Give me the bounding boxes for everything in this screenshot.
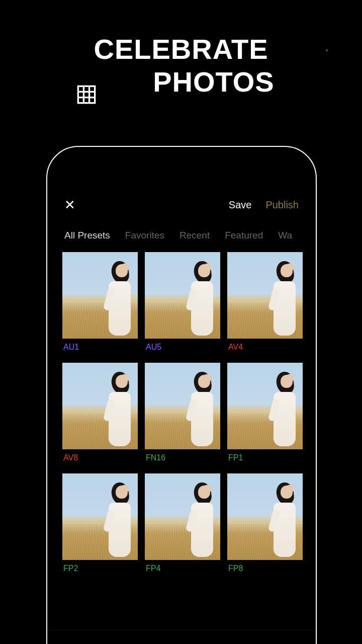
preset-fn16[interactable]: FN16: [145, 363, 220, 468]
bottom-toolbar: [47, 630, 316, 644]
preset-thumbnail: [227, 363, 303, 449]
save-button[interactable]: Save: [229, 199, 252, 211]
tab-recent[interactable]: Recent: [179, 230, 210, 241]
tab-favorites[interactable]: Favorites: [125, 230, 164, 241]
hero-line1: CELEBRATE: [0, 33, 362, 65]
preset-fp8[interactable]: FP8: [227, 473, 303, 579]
preset-thumbnail: [62, 363, 138, 449]
hero-title: CELEBRATE PHOTOS: [0, 33, 362, 98]
editor-topbar: ✕ Save Publish: [47, 172, 316, 222]
preset-thumbnail: [62, 473, 138, 560]
preset-fp1[interactable]: FP1: [227, 363, 303, 468]
preset-av8[interactable]: AV8: [62, 363, 138, 468]
close-button[interactable]: ✕: [64, 197, 75, 213]
preset-grid: AU1AU5AV4AV8FN16FP1FP2FP4FP8: [47, 250, 316, 579]
preset-thumbnail: [145, 252, 220, 339]
preset-au5[interactable]: AU5: [145, 252, 220, 358]
preset-label: AU5: [145, 339, 220, 358]
preset-label: FN16: [145, 449, 220, 468]
preset-tabs: All Presets Favorites Recent Featured Wa: [47, 222, 316, 250]
preset-thumbnail: [227, 252, 303, 339]
preset-label: FP8: [227, 560, 303, 579]
preset-label: FP4: [145, 560, 220, 579]
decorative-dot: [326, 49, 328, 51]
publish-button[interactable]: Publish: [265, 199, 299, 211]
grid-icon: [76, 85, 97, 107]
preset-av4[interactable]: AV4: [227, 252, 303, 358]
preset-label: AU1: [62, 339, 138, 358]
preset-thumbnail: [145, 363, 220, 449]
preset-thumbnail: [227, 473, 303, 560]
tab-featured[interactable]: Featured: [225, 230, 263, 241]
preset-label: AV8: [62, 449, 138, 468]
hero-line2: PHOTOS: [65, 65, 362, 98]
preset-label: FP1: [227, 449, 303, 468]
app-screen: ✕ Save Publish All Presets Favorites Rec…: [47, 172, 316, 644]
preset-thumbnail: [62, 252, 138, 339]
tab-more[interactable]: Wa: [278, 230, 292, 241]
preset-fp4[interactable]: FP4: [145, 473, 220, 579]
preset-fp2[interactable]: FP2: [62, 473, 138, 579]
tab-all-presets[interactable]: All Presets: [64, 230, 110, 241]
preset-label: FP2: [62, 560, 138, 579]
phone-frame: ✕ Save Publish All Presets Favorites Rec…: [46, 146, 317, 644]
preset-au1[interactable]: AU1: [62, 252, 138, 358]
preset-label: AV4: [227, 339, 303, 358]
preset-thumbnail: [145, 473, 220, 560]
svg-rect-0: [78, 86, 95, 103]
